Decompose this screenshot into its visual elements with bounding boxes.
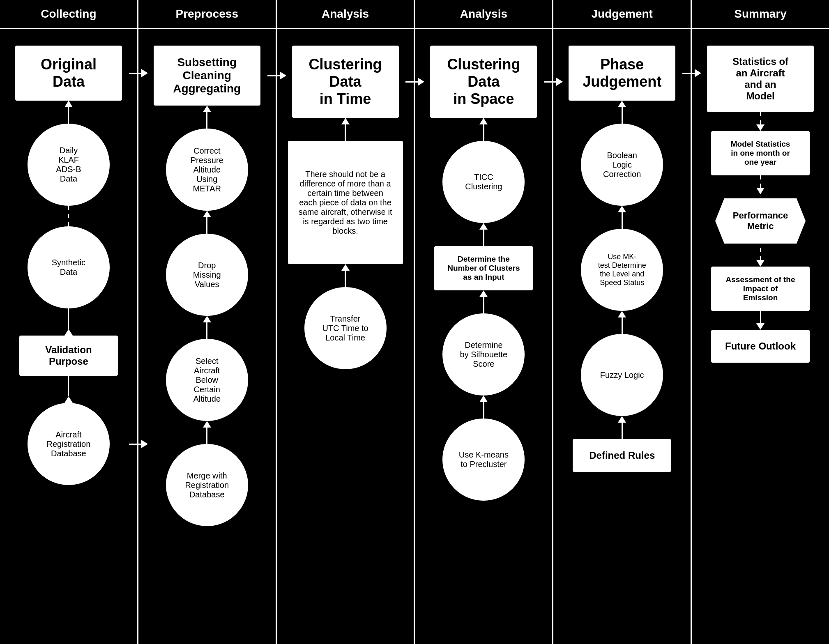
header-analysis2: Analysis bbox=[415, 0, 553, 28]
node-time-difference: There should not be a difference of more… bbox=[288, 141, 403, 264]
node-aircraft-reg-collecting: AircraftRegistrationDatabase bbox=[28, 403, 110, 485]
column-analysis1: ClusteringDatain Time There should not b… bbox=[277, 29, 415, 644]
node-mk-test: Use MK-test Determinethe Level andSpeed … bbox=[581, 229, 663, 311]
node-select-aircraft: SelectAircraftBelowCertainAltitude bbox=[166, 339, 248, 421]
main-rect-summary: Statistics ofan Aircraftand anModel bbox=[707, 46, 814, 112]
node-validation-purpose: ValidationPurpose bbox=[19, 336, 118, 376]
node-future-outlook: Future Outlook bbox=[711, 330, 810, 363]
node-ticc: TICCClustering bbox=[442, 141, 525, 223]
main-rect-preprocess: SubsettingCleaningAggregating bbox=[154, 46, 260, 106]
node-fuzzy-logic: Fuzzy Logic bbox=[581, 334, 663, 416]
node-merge-reg: Merge withRegistrationDatabase bbox=[166, 444, 248, 526]
diagram: Collecting Preprocess Analysis Analysis … bbox=[0, 0, 829, 644]
column-collecting: OriginalData DailyKLAFADS-BData Syntheti… bbox=[0, 29, 138, 644]
node-silhouette: Determineby SilhouetteScore bbox=[442, 313, 525, 396]
header-summary: Summary bbox=[692, 0, 829, 28]
node-performance-metric-wrap: PerformanceMetric bbox=[711, 194, 810, 248]
header-preprocess: Preprocess bbox=[138, 0, 277, 28]
column-preprocess: SubsettingCleaningAggregating CorrectPre… bbox=[138, 29, 277, 644]
column-analysis2: ClusteringDatain Space TICCClustering De… bbox=[415, 29, 553, 644]
node-model-statistics: Model Statisticsin one month orone year bbox=[711, 131, 810, 175]
column-summary: Statistics ofan Aircraftand anModel Mode… bbox=[692, 29, 829, 644]
column-judgement: PhaseJudgement BooleanLogicCorrection Us… bbox=[553, 29, 692, 644]
h-arrow-col4 bbox=[544, 78, 563, 86]
node-defined-rules: Defined Rules bbox=[573, 439, 671, 472]
main-rect-collecting: OriginalData bbox=[15, 46, 122, 101]
node-determine-num-clusters: Determine theNumber of Clustersas an Inp… bbox=[434, 246, 533, 290]
node-assessment: Assessment of theImpact ofEmission bbox=[711, 267, 810, 311]
node-correct-pressure: CorrectPressureAltitudeUsingMETAR bbox=[166, 129, 248, 211]
node-boolean-logic: BooleanLogicCorrection bbox=[581, 124, 663, 206]
main-rect-analysis1: ClusteringDatain Time bbox=[292, 46, 399, 118]
header-analysis1: Analysis bbox=[277, 0, 415, 28]
h-arrow-col5 bbox=[682, 69, 701, 77]
h-arrow-col3 bbox=[405, 78, 424, 86]
header-judgement: Judgement bbox=[553, 0, 692, 28]
header-collecting: Collecting bbox=[0, 0, 138, 28]
node-transfer-utc: TransferUTC Time toLocal Time bbox=[304, 287, 387, 369]
content-row: OriginalData DailyKLAFADS-BData Syntheti… bbox=[0, 29, 829, 644]
main-rect-analysis2: ClusteringDatain Space bbox=[430, 46, 537, 118]
h-arrow-col1 bbox=[129, 69, 148, 77]
node-performance-metric: PerformanceMetric bbox=[715, 198, 806, 244]
node-drop-missing: DropMissingValues bbox=[166, 234, 248, 316]
h-arrow-aircraft-reg bbox=[129, 440, 148, 448]
h-arrow-col2 bbox=[267, 71, 286, 80]
node-synthetic-data: SyntheticData bbox=[28, 226, 110, 308]
main-rect-judgement: PhaseJudgement bbox=[569, 46, 675, 101]
header-row: Collecting Preprocess Analysis Analysis … bbox=[0, 0, 829, 29]
node-daily-klaf: DailyKLAFADS-BData bbox=[28, 124, 110, 206]
node-kmeans: Use K-meansto Precluster bbox=[442, 419, 525, 501]
